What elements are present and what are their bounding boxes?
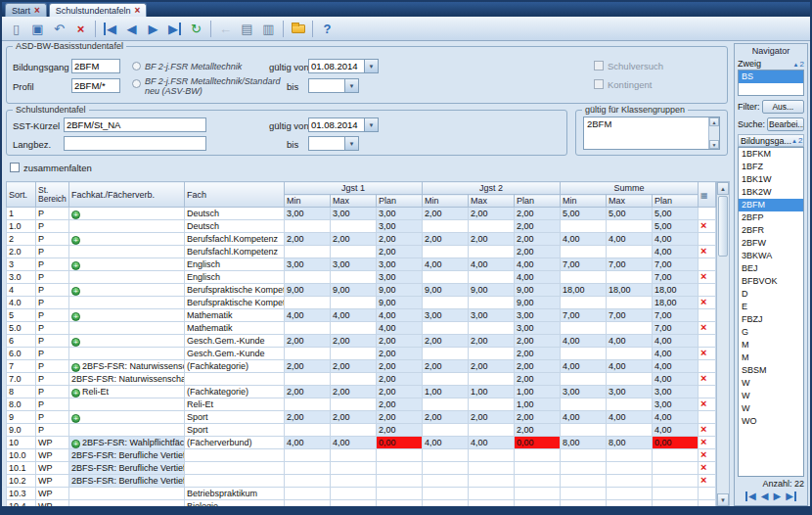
basistafel-radio-1[interactable] bbox=[132, 62, 141, 70]
cell-value[interactable]: 2,00 bbox=[469, 411, 515, 424]
table-row[interactable]: 9.0PSport2,002,004,00 bbox=[7, 424, 716, 437]
col-header-plan[interactable]: Plan bbox=[515, 195, 561, 208]
cell-value[interactable]: 3,00 bbox=[377, 208, 423, 220]
cell-value[interactable]: 4,00 bbox=[607, 411, 653, 424]
cell-value[interactable] bbox=[469, 449, 515, 462]
dropdown-arrow-icon[interactable] bbox=[365, 59, 379, 73]
cell-value[interactable]: 2,00 bbox=[285, 335, 331, 348]
cell-value[interactable]: 4,00 bbox=[653, 348, 699, 360]
cell-value[interactable]: 2,00 bbox=[377, 373, 423, 386]
bildungsgang-list-item[interactable]: W bbox=[739, 402, 803, 415]
previous-record-button[interactable]: ◀ bbox=[761, 492, 769, 501]
cell-value[interactable] bbox=[469, 475, 515, 488]
cell-value[interactable]: 2,00 bbox=[331, 386, 377, 398]
cell-value[interactable] bbox=[469, 462, 515, 475]
delete-row-icon[interactable] bbox=[700, 246, 706, 257]
cell-value[interactable]: 7,00 bbox=[653, 322, 699, 335]
scroll-down-icon[interactable] bbox=[717, 493, 729, 506]
cell-value[interactable] bbox=[285, 348, 331, 360]
cell-value[interactable] bbox=[469, 424, 515, 437]
cell-value[interactable]: 4,00 bbox=[515, 258, 561, 271]
gueltig-von-date-picker[interactable] bbox=[308, 117, 379, 132]
expand-icon[interactable] bbox=[71, 261, 80, 270]
schulversuch-checkbox[interactable] bbox=[594, 61, 604, 70]
cell-value[interactable]: 2,00 bbox=[469, 233, 515, 246]
expand-icon[interactable] bbox=[71, 211, 80, 219]
cell-value[interactable] bbox=[331, 322, 377, 335]
paste-icon[interactable]: ▥ bbox=[258, 19, 279, 38]
bildungsgang-list-item[interactable]: BFBVOK bbox=[739, 275, 803, 288]
table-grid-icon[interactable] bbox=[699, 182, 716, 208]
scrollbar-track[interactable] bbox=[717, 195, 729, 493]
cell-value[interactable]: 4,00 bbox=[607, 233, 653, 246]
cell-value[interactable]: 7,00 bbox=[607, 309, 653, 322]
cell-value[interactable]: 2,00 bbox=[515, 208, 561, 220]
zusammenfalten-checkbox[interactable] bbox=[10, 163, 20, 172]
cell-value[interactable]: 8,00 bbox=[607, 437, 653, 449]
cell-value[interactable]: 4,00 bbox=[607, 335, 653, 348]
cell-value[interactable]: 2,00 bbox=[285, 360, 331, 373]
scrollbar-thumb[interactable] bbox=[718, 196, 728, 257]
table-row[interactable]: 8PReli-Et(Fachkategorie)2,002,002,001,00… bbox=[7, 386, 716, 398]
cell-value[interactable]: 3,00 bbox=[331, 208, 377, 220]
table-row[interactable]: 3PEnglisch3,003,003,004,004,004,007,007,… bbox=[7, 258, 716, 271]
cell-value[interactable] bbox=[423, 322, 469, 335]
cell-value[interactable] bbox=[607, 373, 653, 386]
cell-value[interactable] bbox=[285, 297, 331, 309]
cell-value[interactable]: 2,00 bbox=[515, 246, 561, 258]
cell-value[interactable]: 4,00 bbox=[653, 424, 699, 437]
cell-value[interactable] bbox=[331, 220, 377, 233]
cell-value[interactable] bbox=[423, 220, 469, 233]
klassengruppen-scrollbar[interactable] bbox=[708, 117, 719, 149]
table-row[interactable]: 4.0PBerufspraktische Kompetenz9,009,0018… bbox=[7, 297, 716, 309]
table-row[interactable]: 6.0PGesch.Gem.-Kunde2,002,004,00 bbox=[7, 348, 716, 360]
cell-value[interactable] bbox=[285, 449, 331, 462]
cell-value[interactable] bbox=[561, 398, 607, 411]
cell-value[interactable] bbox=[515, 449, 561, 462]
cell-value[interactable] bbox=[607, 475, 653, 488]
first-record-button[interactable]: ◀ bbox=[745, 492, 756, 501]
cell-value[interactable] bbox=[515, 475, 561, 488]
delete-row-icon[interactable] bbox=[700, 373, 706, 384]
expand-icon[interactable] bbox=[71, 363, 80, 372]
cell-value[interactable]: 4,00 bbox=[423, 258, 469, 271]
cell-value[interactable]: 2,00 bbox=[331, 360, 377, 373]
cell-value[interactable]: 4,00 bbox=[561, 233, 607, 246]
expand-icon[interactable] bbox=[71, 236, 80, 245]
bildungsgang-list-item[interactable]: 1BK1W bbox=[739, 173, 803, 186]
save-icon[interactable]: ▣ bbox=[27, 19, 48, 38]
cell-value[interactable] bbox=[423, 373, 469, 386]
delete-row-icon[interactable] bbox=[700, 462, 706, 473]
help-icon[interactable]: ? bbox=[317, 19, 338, 38]
cell-value[interactable]: 4,00 bbox=[423, 437, 469, 449]
bildungsgang-list-item[interactable]: E bbox=[739, 301, 803, 313]
cell-value[interactable]: 1,00 bbox=[423, 386, 469, 398]
table-row[interactable]: 7.0P2BFS-FSR: Naturwissenschaften2,002,0… bbox=[7, 373, 716, 386]
cell-value[interactable]: 2,00 bbox=[377, 335, 423, 348]
sst-kuerzel-input[interactable] bbox=[64, 117, 206, 132]
bis-input[interactable] bbox=[308, 136, 345, 151]
cell-value[interactable]: 2,00 bbox=[515, 424, 561, 437]
cell-value[interactable]: 3,00 bbox=[607, 386, 653, 398]
cell-value[interactable]: 7,00 bbox=[561, 309, 607, 322]
gueltig-von-input[interactable] bbox=[308, 117, 365, 132]
bis-dropdown[interactable] bbox=[308, 136, 359, 151]
expand-icon[interactable] bbox=[71, 440, 80, 448]
undo-icon[interactable]: ↶ bbox=[49, 19, 69, 38]
col-header-min[interactable]: Min bbox=[561, 195, 607, 208]
cell-value[interactable]: 2,00 bbox=[285, 386, 331, 398]
cell-value[interactable]: 3,00 bbox=[285, 258, 331, 271]
cell-value[interactable] bbox=[469, 220, 515, 233]
cell-value[interactable]: 2,00 bbox=[515, 373, 561, 386]
folder-icon[interactable] bbox=[288, 19, 308, 38]
cell-value[interactable]: 9,00 bbox=[377, 297, 423, 309]
cell-value[interactable]: 18,00 bbox=[653, 284, 699, 297]
cell-value[interactable] bbox=[331, 488, 377, 500]
profil-input[interactable] bbox=[71, 78, 120, 93]
cell-value[interactable]: 9,00 bbox=[331, 284, 377, 297]
zweig-list-item[interactable]: BS bbox=[739, 70, 803, 83]
last-record-button[interactable]: ▶ bbox=[786, 492, 796, 501]
cell-value[interactable] bbox=[561, 322, 607, 335]
cell-value[interactable] bbox=[469, 246, 515, 258]
bildungsgang-list-item[interactable]: 2BFP bbox=[739, 211, 803, 224]
